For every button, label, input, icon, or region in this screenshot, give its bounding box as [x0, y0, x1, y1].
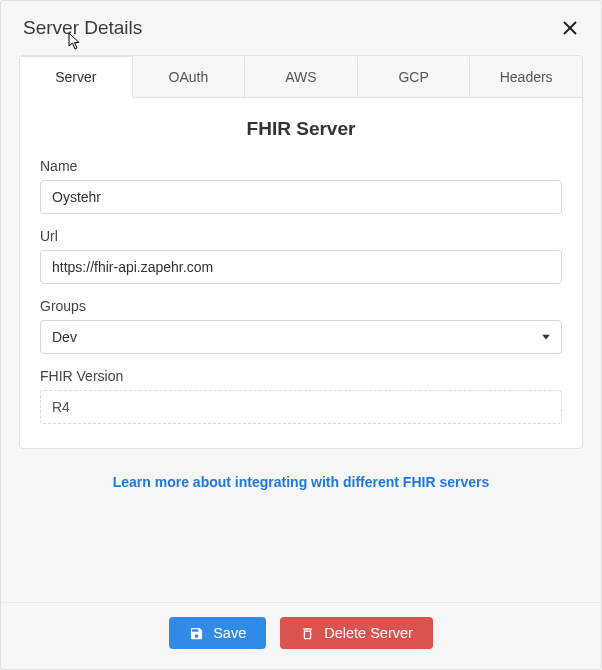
- url-input[interactable]: [40, 250, 562, 284]
- modal-title: Server Details: [23, 17, 142, 39]
- main-card: Server OAuth AWS GCP Headers FHIR Server…: [19, 55, 583, 449]
- tab-bar: Server OAuth AWS GCP Headers: [20, 56, 582, 98]
- tab-content: FHIR Server Name Url Groups: [20, 98, 582, 448]
- learn-more-container: Learn more about integrating with differ…: [19, 449, 583, 501]
- tab-headers[interactable]: Headers: [470, 56, 582, 97]
- name-label: Name: [40, 158, 562, 174]
- form-group-url: Url: [40, 228, 562, 284]
- groups-label: Groups: [40, 298, 562, 314]
- tab-gcp[interactable]: GCP: [358, 56, 471, 97]
- modal-footer: Save Delete Server: [1, 602, 601, 669]
- save-button-label: Save: [213, 625, 246, 641]
- learn-more-link[interactable]: Learn more about integrating with differ…: [113, 474, 490, 490]
- save-button[interactable]: Save: [169, 617, 266, 649]
- form-group-name: Name: [40, 158, 562, 214]
- modal-header: Server Details: [1, 1, 601, 55]
- tab-aws[interactable]: AWS: [245, 56, 358, 97]
- groups-select[interactable]: [40, 320, 562, 354]
- server-details-modal: Server Details Server OAuth AWS GCP Head…: [0, 0, 602, 670]
- delete-server-button[interactable]: Delete Server: [280, 617, 433, 649]
- save-icon: [189, 626, 204, 641]
- trash-icon: [300, 626, 315, 641]
- version-label: FHIR Version: [40, 368, 562, 384]
- delete-button-label: Delete Server: [324, 625, 413, 641]
- version-field: R4: [40, 390, 562, 424]
- close-button[interactable]: [557, 15, 583, 41]
- name-input[interactable]: [40, 180, 562, 214]
- section-title: FHIR Server: [40, 118, 562, 140]
- form-group-groups: Groups: [40, 298, 562, 354]
- close-icon: [561, 19, 579, 37]
- modal-body: Server OAuth AWS GCP Headers FHIR Server…: [1, 55, 601, 602]
- groups-select-wrapper: [40, 320, 562, 354]
- form-group-version: FHIR Version R4: [40, 368, 562, 424]
- tab-server[interactable]: Server: [20, 56, 133, 98]
- url-label: Url: [40, 228, 562, 244]
- tab-oauth[interactable]: OAuth: [133, 56, 246, 97]
